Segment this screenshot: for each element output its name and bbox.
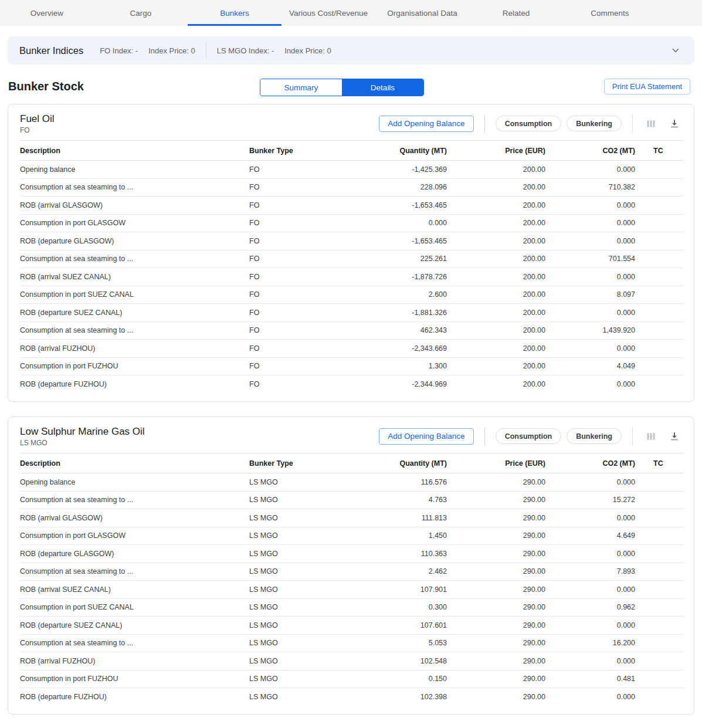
column-co2: CO2 (MT) xyxy=(545,453,635,473)
ls-mgo-subtitle: LS MGO xyxy=(20,439,145,447)
cell-tc xyxy=(635,473,683,492)
cell-quantity: 1.300 xyxy=(340,357,447,375)
add-opening-balance-button[interactable]: Add Opening Balance xyxy=(379,428,473,445)
cell-bunker-type: FO xyxy=(249,286,340,304)
table-row: Opening balanceFO-1,425.369200.000.000 xyxy=(20,161,683,179)
cell-bunker-type: LS MGO xyxy=(249,670,340,688)
columns-icon[interactable] xyxy=(643,429,659,444)
table-row: Consumption at sea steaming to ...FO462.… xyxy=(20,321,683,340)
chevron-down-icon[interactable] xyxy=(669,43,683,57)
view-toggle: Summary Details xyxy=(260,79,424,96)
cell-co2: 0.000 xyxy=(545,268,635,286)
cell-description: ROB (departure SUEZ CANAL) xyxy=(20,617,249,635)
cell-description: ROB (departure GLASGOW) xyxy=(20,545,249,563)
actions-divider xyxy=(632,115,633,133)
consumption-button[interactable]: Consumption xyxy=(496,428,562,444)
fuel-oil-title: Fuel Oil xyxy=(20,113,55,126)
cell-quantity: -2,344.969 xyxy=(340,375,447,394)
download-icon[interactable] xyxy=(667,116,682,131)
cell-tc xyxy=(635,197,683,215)
cell-quantity: 0.000 xyxy=(340,214,447,232)
table-row: Consumption in port SUEZ CANALLS MGO0.30… xyxy=(20,598,683,617)
table-row: ROB (arrival SUEZ CANAL)FO-1,878.726200.… xyxy=(20,268,683,286)
details-toggle-button[interactable]: Details xyxy=(342,79,423,96)
cell-description: Consumption in port GLASGOW xyxy=(20,214,249,232)
table-row: ROB (departure SUEZ CANAL)LS MGO107.6012… xyxy=(20,617,683,635)
cell-description: ROB (arrival GLASGOW) xyxy=(20,197,249,215)
bunkering-button[interactable]: Bunkering xyxy=(567,428,622,444)
cell-bunker-type: LS MGO xyxy=(249,545,340,563)
cell-bunker-type: FO xyxy=(249,161,340,179)
cell-description: Consumption at sea steaming to ... xyxy=(20,321,249,340)
cell-quantity: -1,425.369 xyxy=(340,161,447,179)
cell-co2: 0.000 xyxy=(545,473,635,492)
cell-quantity: 2.600 xyxy=(340,286,447,304)
cell-tc xyxy=(635,545,683,563)
cell-quantity: 111.813 xyxy=(340,509,447,527)
table-row: Consumption at sea steaming to ...LS MGO… xyxy=(20,563,683,581)
cell-tc xyxy=(635,598,683,617)
cell-co2: 16.200 xyxy=(545,634,635,652)
cell-tc xyxy=(635,357,683,375)
cell-bunker-type: LS MGO xyxy=(249,652,340,671)
cell-price: 200.00 xyxy=(447,178,545,197)
tab-organisational-data[interactable]: Organisational Data xyxy=(375,0,469,26)
column-description: Description xyxy=(20,141,249,161)
table-row: Consumption at sea steaming to ...FO225.… xyxy=(20,250,683,268)
tab-comments[interactable]: Comments xyxy=(563,0,657,26)
cell-price: 290.00 xyxy=(447,688,545,706)
cell-tc xyxy=(635,563,683,581)
cell-co2: 0.962 xyxy=(545,598,635,617)
cell-price: 290.00 xyxy=(447,473,545,492)
ls-mgo-card: Low Sulphur Marine Gas Oil LS MGO Add Op… xyxy=(8,417,694,715)
cell-price: 290.00 xyxy=(447,563,545,581)
fo-index-price: Index Price: 0 xyxy=(148,46,195,55)
cell-tc xyxy=(635,688,683,706)
columns-icon[interactable] xyxy=(643,116,659,131)
table-row: ROB (arrival GLASGOW)LS MGO111.813290.00… xyxy=(20,509,683,527)
cell-co2: 0.000 xyxy=(545,617,635,635)
cell-tc xyxy=(635,375,683,394)
cell-price: 290.00 xyxy=(447,527,545,545)
cell-tc xyxy=(635,232,683,250)
ls-mgo-card-header: Low Sulphur Marine Gas Oil LS MGO Add Op… xyxy=(20,417,682,453)
cell-tc xyxy=(635,214,683,232)
cell-quantity: 116.576 xyxy=(340,473,447,492)
cell-co2: 0.000 xyxy=(545,581,635,599)
cell-description: Consumption at sea steaming to ... xyxy=(20,250,249,268)
tab-overview[interactable]: Overview xyxy=(0,0,94,26)
cell-bunker-type: LS MGO xyxy=(249,473,340,492)
ls-mgo-title: Low Sulphur Marine Gas Oil xyxy=(20,425,145,438)
cell-description: Consumption at sea steaming to ... xyxy=(20,491,249,509)
tab-cargo[interactable]: Cargo xyxy=(94,0,188,26)
column-price: Price (EUR) xyxy=(447,453,545,473)
add-opening-balance-button[interactable]: Add Opening Balance xyxy=(379,116,473,132)
page-title: Bunker Stock xyxy=(8,80,84,93)
tab-related[interactable]: Related xyxy=(469,0,563,26)
consumption-button[interactable]: Consumption xyxy=(496,116,562,131)
cell-description: Consumption at sea steaming to ... xyxy=(20,634,249,652)
table-row: ROB (departure GLASGOW)LS MGO110.363290.… xyxy=(20,545,683,563)
bunkering-button[interactable]: Bunkering xyxy=(567,116,622,131)
cell-bunker-type: FO xyxy=(249,321,340,340)
tab-various-cost-revenue[interactable]: Various Cost/Revenue xyxy=(282,0,375,26)
bunker-indices-title: Bunker Indices xyxy=(19,45,83,56)
tab-bunkers[interactable]: Bunkers xyxy=(188,0,282,26)
cell-price: 200.00 xyxy=(447,340,545,358)
table-row: Opening balanceLS MGO116.576290.000.000 xyxy=(20,473,683,492)
cell-bunker-type: FO xyxy=(249,357,340,375)
cell-description: Consumption in port FUZHOU xyxy=(20,670,249,688)
summary-toggle-button[interactable]: Summary xyxy=(260,79,342,96)
cell-co2: 15.272 xyxy=(545,491,635,509)
cell-quantity: 0.150 xyxy=(340,670,447,688)
fuel-oil-table: Description Bunker Type Quantity (MT) Pr… xyxy=(20,140,683,393)
table-row: Consumption in port GLASGOWFO0.000200.00… xyxy=(20,214,683,232)
cell-description: Consumption in port SUEZ CANAL xyxy=(20,286,249,304)
cell-price: 200.00 xyxy=(447,304,545,322)
cell-co2: 0.000 xyxy=(545,232,635,250)
cell-co2: 710.382 xyxy=(545,178,635,197)
cell-bunker-type: FO xyxy=(249,340,340,358)
print-eua-statement-button[interactable]: Print EUA Statement xyxy=(604,79,690,94)
cell-description: Opening balance xyxy=(20,473,249,492)
download-icon[interactable] xyxy=(667,429,682,444)
